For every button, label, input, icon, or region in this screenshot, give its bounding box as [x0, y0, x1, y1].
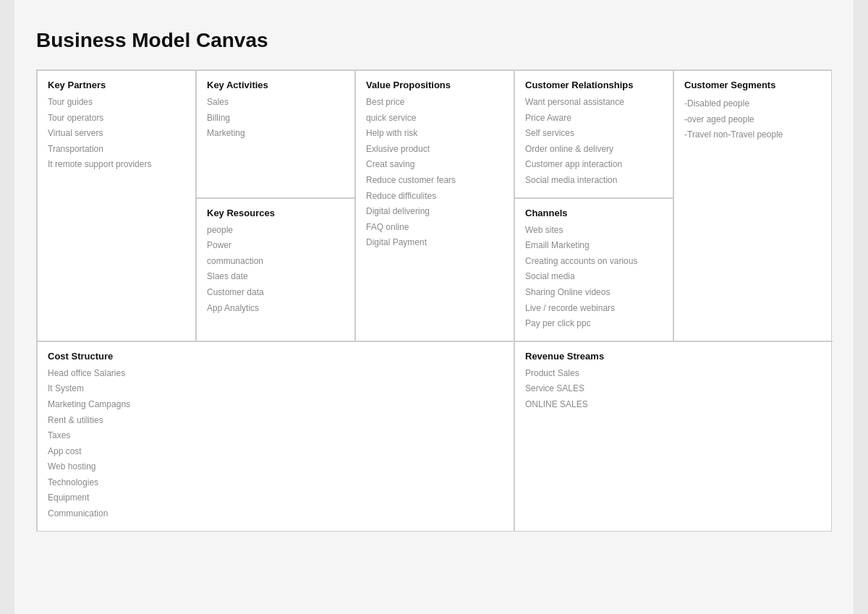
- key-activities-cell: Key Activities Sales Billing Marketing: [196, 70, 355, 198]
- value-propositions-content: Best price quick service Help with risk …: [366, 95, 503, 251]
- list-item: Product Sales: [525, 366, 822, 382]
- page-title: Business Model Canvas: [36, 29, 832, 52]
- list-item: Equipment: [48, 490, 503, 506]
- key-activities-content: Sales Billing Marketing: [207, 95, 344, 142]
- value-propositions-cell: Value Propositions Best price quick serv…: [355, 70, 514, 341]
- list-item: Marketing Campagns: [48, 397, 503, 413]
- list-item: Marketing: [207, 126, 344, 142]
- list-item: Live / recorde webinars: [525, 301, 663, 317]
- list-item: Pay per click ppc: [525, 316, 663, 332]
- customer-segments-cell: Customer Segments -Disabled people -over…: [673, 70, 833, 341]
- cost-structure-title: Cost Structure: [48, 351, 503, 362]
- value-propositions-title: Value Propositions: [366, 80, 503, 90]
- list-item: It remote support providers: [48, 157, 185, 173]
- list-item: Web hosting: [48, 459, 503, 475]
- list-item: Slaes date: [207, 269, 344, 285]
- customer-segments-content: -Disabled people -over aged people -Trav…: [684, 96, 822, 143]
- list-item: Rent & utilities: [48, 413, 503, 429]
- list-item: ONLINE SALES: [525, 397, 822, 413]
- list-item: -Travel non-Travel people: [684, 127, 822, 143]
- list-item: Sales: [207, 95, 344, 111]
- list-item: -Disabled people: [684, 96, 822, 112]
- list-item: Reduce customer fears: [366, 173, 503, 189]
- key-partners-title: Key Partners: [48, 80, 185, 90]
- list-item: Tour operators: [48, 111, 185, 127]
- list-item: communaction: [207, 254, 344, 270]
- list-item: Price Aware: [525, 111, 663, 127]
- list-item: Transportation: [48, 142, 185, 158]
- cost-structure-cell: Cost Structure Head office Salaries It S…: [37, 341, 514, 531]
- list-item: Web sites: [525, 223, 663, 239]
- list-item: Order online & delivery: [525, 142, 663, 158]
- revenue-streams-title: Revenue Streams: [525, 351, 822, 362]
- list-item: Social media interaction: [525, 173, 663, 189]
- list-item: App cost: [48, 444, 503, 460]
- list-item: Want personal assistance: [525, 95, 663, 111]
- list-item: Tour guides: [48, 95, 185, 111]
- list-item: It System: [48, 381, 503, 397]
- list-item: Social media: [525, 269, 663, 285]
- business-model-canvas: Key Partners Tour guides Tour operators …: [36, 69, 832, 532]
- revenue-streams-content: Product Sales Service SALES ONLINE SALES: [525, 366, 822, 413]
- key-resources-content: people Power communaction Slaes date Cus…: [207, 223, 344, 317]
- list-item: Help with risk: [366, 126, 503, 142]
- list-item: Taxes: [48, 428, 503, 444]
- list-item: Best price: [366, 95, 503, 111]
- channels-title: Channels: [525, 208, 663, 218]
- channels-content: Web sites Emaill Marketing Creating acco…: [525, 223, 663, 332]
- list-item: Creat saving: [366, 157, 503, 173]
- list-item: Service SALES: [525, 381, 822, 397]
- list-item: App Analytics: [207, 301, 344, 317]
- list-item: -over aged people: [684, 112, 822, 128]
- key-activities-title: Key Activities: [207, 80, 344, 90]
- list-item: Technologies: [48, 475, 503, 491]
- cost-structure-content: Head office Salaries It System Marketing…: [48, 366, 503, 522]
- list-item: quick service: [366, 111, 503, 127]
- revenue-streams-cell: Revenue Streams Product Sales Service SA…: [514, 341, 833, 531]
- key-partners-content: Tour guides Tour operators Virtual serve…: [48, 95, 185, 173]
- list-item: Sharing Online videos: [525, 285, 663, 301]
- list-item: FAQ online: [366, 220, 503, 236]
- channels-cell: Channels Web sites Emaill Marketing Crea…: [514, 198, 673, 341]
- list-item: Virtual servers: [48, 126, 185, 142]
- customer-relationships-title: Customer Relationships: [525, 80, 663, 90]
- list-item: Emaill Marketing: [525, 238, 663, 254]
- list-item: people: [207, 223, 344, 239]
- list-item: Communication: [48, 506, 503, 522]
- key-resources-title: Key Resources: [207, 208, 344, 218]
- key-resources-cell: Key Resources people Power communaction …: [196, 198, 355, 341]
- list-item: Head office Salaries: [48, 366, 503, 382]
- list-item: Billing: [207, 111, 344, 127]
- customer-relationships-content: Want personal assistance Price Aware Sel…: [525, 95, 663, 189]
- list-item: Power: [207, 238, 344, 254]
- list-item: Customer app interaction: [525, 157, 663, 173]
- list-item: Digital Payment: [366, 235, 503, 251]
- list-item: Self services: [525, 126, 663, 142]
- customer-relationships-cell: Customer Relationships Want personal ass…: [514, 70, 673, 198]
- list-item: Creating accounts on various: [525, 254, 663, 270]
- list-item: Reduce difficulites: [366, 189, 503, 205]
- key-partners-cell: Key Partners Tour guides Tour operators …: [37, 70, 196, 341]
- list-item: Customer data: [207, 285, 344, 301]
- customer-segments-title: Customer Segments: [684, 80, 822, 90]
- list-item: Digital delivering: [366, 204, 503, 220]
- list-item: Exlusive product: [366, 142, 503, 158]
